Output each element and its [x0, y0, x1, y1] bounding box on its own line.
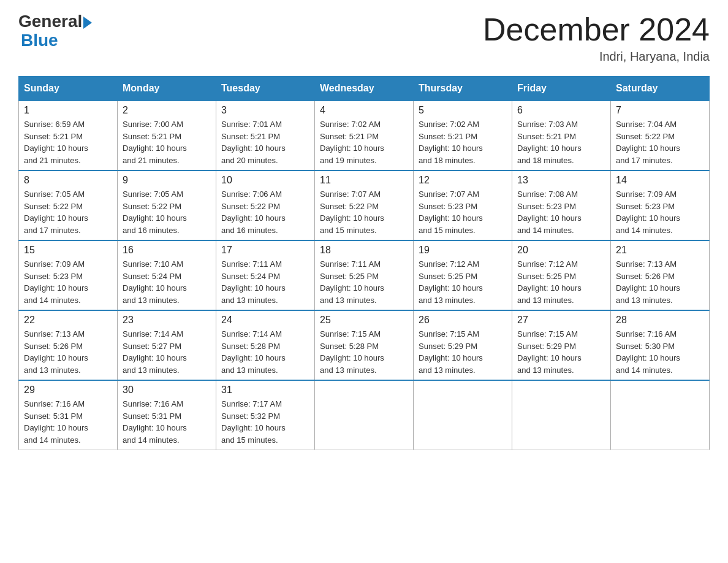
calendar-week-row: 8 Sunrise: 7:05 AM Sunset: 5:22 PM Dayli…: [19, 170, 710, 240]
day-info: Sunrise: 7:12 AM Sunset: 5:25 PM Dayligh…: [517, 258, 605, 306]
day-number: 20: [517, 245, 605, 256]
page-header: General Blue December 2024 Indri, Haryan…: [18, 12, 710, 64]
calendar-cell: 7 Sunrise: 7:04 AM Sunset: 5:22 PM Dayli…: [611, 101, 710, 170]
day-info: Sunrise: 7:04 AM Sunset: 5:22 PM Dayligh…: [616, 118, 704, 166]
calendar-cell: 1 Sunrise: 6:59 AM Sunset: 5:21 PM Dayli…: [19, 101, 118, 170]
calendar-cell: 27 Sunrise: 7:15 AM Sunset: 5:29 PM Dayl…: [512, 310, 611, 380]
day-number: 18: [320, 245, 408, 256]
calendar-cell: 23 Sunrise: 7:14 AM Sunset: 5:27 PM Dayl…: [118, 310, 216, 380]
day-info: Sunrise: 7:16 AM Sunset: 5:30 PM Dayligh…: [616, 328, 704, 376]
day-info: Sunrise: 7:14 AM Sunset: 5:27 PM Dayligh…: [123, 328, 211, 376]
calendar-cell: 31 Sunrise: 7:17 AM Sunset: 5:32 PM Dayl…: [216, 380, 315, 450]
day-number: 1: [24, 105, 112, 116]
day-number: 3: [221, 105, 309, 116]
day-info: Sunrise: 7:11 AM Sunset: 5:25 PM Dayligh…: [320, 258, 408, 306]
day-info: Sunrise: 7:13 AM Sunset: 5:26 PM Dayligh…: [616, 258, 704, 306]
calendar-cell: 5 Sunrise: 7:02 AM Sunset: 5:21 PM Dayli…: [414, 101, 512, 170]
day-number: 23: [123, 315, 211, 326]
day-number: 9: [123, 175, 211, 186]
day-info: Sunrise: 7:16 AM Sunset: 5:31 PM Dayligh…: [24, 398, 112, 446]
calendar-cell: [512, 380, 611, 450]
title-area: December 2024 Indri, Haryana, India: [483, 12, 710, 64]
weekday-header-row: SundayMondayTuesdayWednesdayThursdayFrid…: [19, 77, 710, 101]
day-number: 25: [320, 315, 408, 326]
month-title: December 2024: [483, 12, 710, 47]
logo-blue-text: Blue: [21, 31, 58, 50]
day-info: Sunrise: 7:15 AM Sunset: 5:29 PM Dayligh…: [419, 328, 507, 376]
day-number: 31: [221, 385, 309, 396]
weekday-header-tuesday: Tuesday: [216, 77, 315, 101]
day-number: 6: [517, 105, 605, 116]
day-info: Sunrise: 7:07 AM Sunset: 5:22 PM Dayligh…: [320, 188, 408, 236]
day-info: Sunrise: 7:09 AM Sunset: 5:23 PM Dayligh…: [616, 188, 704, 236]
day-number: 2: [123, 105, 211, 116]
day-info: Sunrise: 7:13 AM Sunset: 5:26 PM Dayligh…: [24, 328, 112, 376]
calendar-cell: 22 Sunrise: 7:13 AM Sunset: 5:26 PM Dayl…: [19, 310, 118, 380]
calendar-table: SundayMondayTuesdayWednesdayThursdayFrid…: [18, 76, 710, 450]
calendar-cell: 11 Sunrise: 7:07 AM Sunset: 5:22 PM Dayl…: [315, 170, 414, 240]
day-info: Sunrise: 7:08 AM Sunset: 5:23 PM Dayligh…: [517, 188, 605, 236]
calendar-cell: 16 Sunrise: 7:10 AM Sunset: 5:24 PM Dayl…: [118, 240, 216, 310]
weekday-header-sunday: Sunday: [19, 77, 118, 101]
calendar-week-row: 22 Sunrise: 7:13 AM Sunset: 5:26 PM Dayl…: [19, 310, 710, 380]
calendar-cell: 4 Sunrise: 7:02 AM Sunset: 5:21 PM Dayli…: [315, 101, 414, 170]
calendar-cell: 26 Sunrise: 7:15 AM Sunset: 5:29 PM Dayl…: [414, 310, 512, 380]
calendar-cell: 3 Sunrise: 7:01 AM Sunset: 5:21 PM Dayli…: [216, 101, 315, 170]
day-number: 22: [24, 315, 112, 326]
day-info: Sunrise: 7:02 AM Sunset: 5:21 PM Dayligh…: [419, 118, 507, 166]
calendar-cell: 15 Sunrise: 7:09 AM Sunset: 5:23 PM Dayl…: [19, 240, 118, 310]
calendar-cell: 6 Sunrise: 7:03 AM Sunset: 5:21 PM Dayli…: [512, 101, 611, 170]
weekday-header-saturday: Saturday: [611, 77, 710, 101]
calendar-cell: 20 Sunrise: 7:12 AM Sunset: 5:25 PM Dayl…: [512, 240, 611, 310]
day-info: Sunrise: 7:12 AM Sunset: 5:25 PM Dayligh…: [419, 258, 507, 306]
day-info: Sunrise: 7:15 AM Sunset: 5:29 PM Dayligh…: [517, 328, 605, 376]
calendar-cell: 8 Sunrise: 7:05 AM Sunset: 5:22 PM Dayli…: [19, 170, 118, 240]
day-number: 21: [616, 245, 704, 256]
day-number: 7: [616, 105, 704, 116]
logo-general-text: General: [18, 12, 82, 31]
calendar-body: 1 Sunrise: 6:59 AM Sunset: 5:21 PM Dayli…: [19, 101, 710, 450]
day-info: Sunrise: 7:09 AM Sunset: 5:23 PM Dayligh…: [24, 258, 112, 306]
calendar-cell: 2 Sunrise: 7:00 AM Sunset: 5:21 PM Dayli…: [118, 101, 216, 170]
calendar-cell: 12 Sunrise: 7:07 AM Sunset: 5:23 PM Dayl…: [414, 170, 512, 240]
calendar-cell: 9 Sunrise: 7:05 AM Sunset: 5:22 PM Dayli…: [118, 170, 216, 240]
day-info: Sunrise: 7:00 AM Sunset: 5:21 PM Dayligh…: [123, 118, 211, 166]
day-number: 19: [419, 245, 507, 256]
calendar-cell: 10 Sunrise: 7:06 AM Sunset: 5:22 PM Dayl…: [216, 170, 315, 240]
weekday-header-wednesday: Wednesday: [315, 77, 414, 101]
weekday-header-thursday: Thursday: [414, 77, 512, 101]
calendar-cell: 17 Sunrise: 7:11 AM Sunset: 5:24 PM Dayl…: [216, 240, 315, 310]
day-info: Sunrise: 7:06 AM Sunset: 5:22 PM Dayligh…: [221, 188, 309, 236]
calendar-week-row: 15 Sunrise: 7:09 AM Sunset: 5:23 PM Dayl…: [19, 240, 710, 310]
day-info: Sunrise: 7:01 AM Sunset: 5:21 PM Dayligh…: [221, 118, 309, 166]
day-info: Sunrise: 7:02 AM Sunset: 5:21 PM Dayligh…: [320, 118, 408, 166]
calendar-cell: 24 Sunrise: 7:14 AM Sunset: 5:28 PM Dayl…: [216, 310, 315, 380]
calendar-header: SundayMondayTuesdayWednesdayThursdayFrid…: [19, 77, 710, 101]
day-number: 8: [24, 175, 112, 186]
weekday-header-monday: Monday: [118, 77, 216, 101]
day-number: 4: [320, 105, 408, 116]
calendar-cell: 30 Sunrise: 7:16 AM Sunset: 5:31 PM Dayl…: [118, 380, 216, 450]
calendar-cell: 25 Sunrise: 7:15 AM Sunset: 5:28 PM Dayl…: [315, 310, 414, 380]
calendar-cell: [414, 380, 512, 450]
day-info: Sunrise: 7:05 AM Sunset: 5:22 PM Dayligh…: [123, 188, 211, 236]
day-number: 10: [221, 175, 309, 186]
day-number: 24: [221, 315, 309, 326]
day-number: 5: [419, 105, 507, 116]
calendar-cell: 21 Sunrise: 7:13 AM Sunset: 5:26 PM Dayl…: [611, 240, 710, 310]
day-info: Sunrise: 7:05 AM Sunset: 5:22 PM Dayligh…: [24, 188, 112, 236]
calendar-cell: 19 Sunrise: 7:12 AM Sunset: 5:25 PM Dayl…: [414, 240, 512, 310]
day-number: 16: [123, 245, 211, 256]
day-info: Sunrise: 6:59 AM Sunset: 5:21 PM Dayligh…: [24, 118, 112, 166]
day-number: 15: [24, 245, 112, 256]
location-title: Indri, Haryana, India: [483, 50, 710, 64]
calendar-cell: 14 Sunrise: 7:09 AM Sunset: 5:23 PM Dayl…: [611, 170, 710, 240]
day-info: Sunrise: 7:03 AM Sunset: 5:21 PM Dayligh…: [517, 118, 605, 166]
day-info: Sunrise: 7:11 AM Sunset: 5:24 PM Dayligh…: [221, 258, 309, 306]
calendar-cell: 13 Sunrise: 7:08 AM Sunset: 5:23 PM Dayl…: [512, 170, 611, 240]
day-number: 14: [616, 175, 704, 186]
day-number: 30: [123, 385, 211, 396]
day-info: Sunrise: 7:10 AM Sunset: 5:24 PM Dayligh…: [123, 258, 211, 306]
day-number: 29: [24, 385, 112, 396]
day-number: 13: [517, 175, 605, 186]
